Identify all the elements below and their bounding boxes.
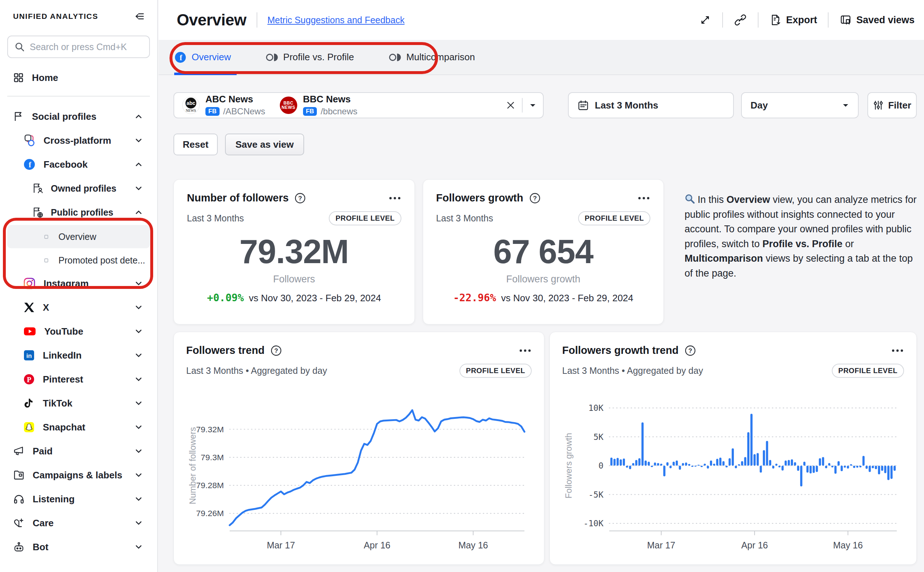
sidebar-item-instagram[interactable]: Instagram [0, 272, 157, 295]
bbc-news-avatar: BBC NEWS [280, 96, 297, 114]
sidebar-item-x[interactable]: X [0, 295, 157, 319]
svg-text:?: ? [274, 347, 278, 354]
kebab-menu-icon[interactable] [388, 196, 401, 200]
search-input[interactable] [30, 42, 143, 52]
metric-suggestions-link[interactable]: Metric Suggestions and Feedback [267, 15, 405, 25]
profile-selector[interactable]: abc NEWS ABC News FB /ABCNews BBC NE [174, 92, 544, 118]
svg-text:5K: 5K [593, 432, 604, 442]
tab-multicomparison[interactable]: Multicomparison [389, 51, 475, 63]
sidebar-item-campaigns-labels[interactable]: Campaigns & labels [0, 463, 157, 487]
chevron-down-icon[interactable] [134, 423, 143, 432]
chevron-up-icon[interactable] [134, 160, 143, 169]
sidebar-item-promoted-post-detection[interactable]: Promoted post dete... [0, 249, 157, 272]
profile-dropdown-caret-icon[interactable] [529, 103, 536, 108]
chevron-down-icon[interactable] [134, 494, 143, 504]
followers-trend-line-chart: 79.32M79.3M79.28M79.26MMar 17Apr 16May 1… [186, 394, 532, 558]
clear-profiles-icon[interactable] [506, 101, 516, 110]
tiktok-icon [23, 398, 35, 409]
sidebar-item-care[interactable]: Care [0, 511, 157, 535]
search-box[interactable] [7, 36, 150, 58]
help-icon[interactable]: ? [270, 345, 282, 356]
calendar-icon [578, 99, 589, 111]
reset-button[interactable]: Reset [174, 134, 218, 155]
network-badge: FB [303, 107, 317, 116]
chevron-down-icon[interactable] [134, 183, 143, 193]
tab-overview[interactable]: f Overview [174, 51, 231, 64]
kebab-menu-icon[interactable] [637, 196, 651, 200]
filter-label: Filter [888, 100, 911, 111]
chevron-down-icon[interactable] [134, 398, 143, 408]
sidebar-item-overview-active[interactable]: Overview [7, 225, 150, 248]
sidebar-item-home[interactable]: Home [0, 67, 157, 88]
sidebar-item-youtube[interactable]: YouTube [0, 319, 157, 344]
sidebar-item-listening[interactable]: Listening [0, 487, 157, 511]
page-title: Overview [177, 11, 247, 29]
kebab-menu-icon[interactable] [891, 349, 904, 353]
chevron-down-icon[interactable] [134, 326, 143, 336]
sidebar-item-pinterest[interactable]: P Pinterest [0, 367, 157, 391]
chevron-down-icon[interactable] [134, 470, 143, 480]
sidebar-item-tiktok[interactable]: TikTok [0, 391, 157, 415]
saved-views-button[interactable]: Saved views [839, 14, 915, 26]
expand-icon[interactable] [699, 14, 711, 26]
kpi-value-label: Followers growth [506, 274, 580, 285]
help-icon[interactable]: ? [294, 192, 306, 204]
x-logo-icon [23, 302, 35, 313]
sidebar-item-paid[interactable]: Paid [0, 439, 157, 463]
header-separator [722, 12, 723, 28]
instagram-icon [23, 277, 36, 290]
chevron-down-icon[interactable] [134, 446, 143, 456]
chevron-down-icon[interactable] [134, 351, 143, 360]
sidebar-item-snapchat[interactable]: Snapchat [0, 415, 157, 439]
sidebar-item-owned-profiles[interactable]: Owned profiles [0, 176, 157, 201]
svg-text:Number of followers: Number of followers [188, 427, 197, 505]
page-header: Overview Metric Suggestions and Feedback [158, 0, 924, 40]
export-label: Export [786, 14, 817, 26]
chevron-down-icon[interactable] [134, 542, 143, 552]
chevron-down-icon[interactable] [134, 136, 143, 145]
svg-text:Apr 16: Apr 16 [363, 540, 390, 550]
sidebar-item-label: Campaigns & labels [33, 469, 122, 481]
sidebar-item-facebook[interactable]: f Facebook [0, 152, 157, 176]
chevron-up-icon[interactable] [134, 208, 143, 217]
sidebar-item-cross-platform[interactable]: Cross-platform [0, 129, 157, 152]
folder-tag-icon [13, 469, 25, 481]
svg-text:May 16: May 16 [833, 540, 863, 550]
sidebar-item-public-profiles[interactable]: Public profiles [0, 201, 157, 224]
help-icon[interactable]: ? [685, 345, 696, 356]
export-button[interactable]: Export [769, 14, 817, 26]
kpi-delta-positive: +0.09% [207, 292, 244, 304]
svg-text:-10K: -10K [584, 519, 604, 528]
copy-link-icon[interactable] [734, 13, 747, 26]
flag-icon [13, 111, 24, 122]
chevron-down-icon[interactable] [134, 303, 143, 312]
kebab-menu-icon[interactable] [519, 349, 532, 353]
chevron-down-icon[interactable] [134, 518, 143, 528]
search-icon [14, 42, 25, 52]
date-range-value: Last 3 Months [595, 100, 658, 111]
help-icon[interactable]: ? [529, 192, 541, 204]
profile-chip-bbc-news: BBC NEWS BBC News FB /bbcnews [280, 94, 357, 117]
sidebar-item-label: Bot [33, 541, 48, 553]
tab-label: Overview [192, 51, 231, 63]
tab-label: Multicomparison [406, 51, 475, 63]
filter-button[interactable]: Filter [867, 92, 917, 118]
sidebar-item-bot[interactable]: Bot [0, 535, 157, 559]
chevron-up-icon[interactable] [134, 112, 143, 121]
tab-profile-vs-profile[interactable]: Profile vs. Profile [266, 51, 354, 63]
collapse-sidebar-icon[interactable] [134, 11, 145, 22]
abc-news-avatar: abc NEWS [182, 96, 200, 114]
sidebar-item-social-profiles[interactable]: Social profiles [0, 104, 157, 129]
sidebar-item-label: Care [33, 518, 54, 529]
chevron-down-icon[interactable] [134, 375, 143, 384]
chevron-down-icon[interactable] [134, 279, 143, 288]
date-range-picker[interactable]: Last 3 Months [568, 92, 734, 118]
save-as-view-button[interactable]: Save as view [225, 134, 304, 155]
megaphone-icon [13, 445, 25, 457]
granularity-select[interactable]: Day [741, 92, 859, 118]
svg-text:Mar 17: Mar 17 [647, 540, 676, 550]
sidebar-item-label: Snapchat [43, 422, 85, 433]
main-area: Overview Metric Suggestions and Feedback [158, 0, 924, 572]
sidebar-item-linkedin[interactable]: in LinkedIn [0, 344, 157, 367]
sidebar-item-label: LinkedIn [43, 350, 82, 361]
